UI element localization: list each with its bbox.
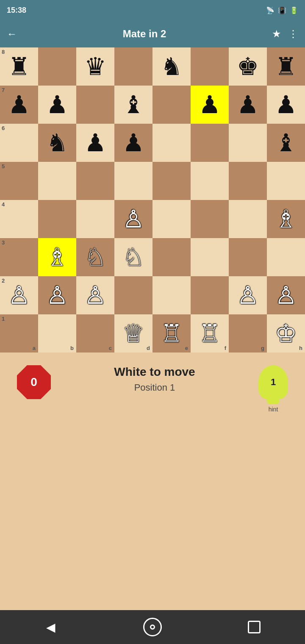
board-cell[interactable]	[114, 47, 152, 86]
board-cell[interactable]	[191, 47, 229, 86]
board-cell[interactable]	[191, 162, 229, 200]
board-cell[interactable]: c	[76, 314, 114, 353]
menu-button[interactable]: ⋮	[288, 28, 298, 40]
board-cell[interactable]: ♝	[267, 124, 305, 162]
board-cell[interactable]: e♖	[152, 314, 191, 353]
hint-count: 1	[271, 377, 276, 388]
score-badge: 0	[17, 365, 51, 399]
rank-label: 1	[2, 316, 5, 322]
board-cell[interactable]	[38, 162, 76, 200]
hint-bulb: 1	[258, 365, 288, 399]
board-cell[interactable]: ♜	[267, 47, 305, 86]
board-cell[interactable]	[152, 238, 191, 276]
board-cell[interactable]	[229, 238, 267, 276]
nav-recent-button[interactable]	[241, 614, 267, 640]
file-label: a	[33, 345, 36, 351]
position-label: Position 1	[114, 382, 195, 393]
nav-recent-square	[248, 621, 261, 633]
board-cell[interactable]: ♙	[114, 200, 152, 238]
hint-button[interactable]: 1 hint	[258, 365, 288, 413]
board-cell[interactable]: ♘	[76, 238, 114, 276]
board-cell[interactable]: ♟	[191, 86, 229, 124]
board-cell[interactable]	[191, 200, 229, 238]
board-cell[interactable]	[191, 276, 229, 314]
piece-white: ♗	[275, 207, 297, 231]
status-icons: 📡 📳 🔋	[266, 6, 298, 14]
board-cell[interactable]	[152, 200, 191, 238]
nav-home-circle	[143, 618, 162, 636]
board-cell[interactable]	[152, 124, 191, 162]
rank-label: 6	[2, 125, 5, 131]
board-cell[interactable]	[229, 124, 267, 162]
board-cell[interactable]: g	[229, 314, 267, 353]
board-cell[interactable]: 2♙	[0, 276, 38, 314]
board-cell[interactable]	[267, 238, 305, 276]
board-cell[interactable]	[38, 47, 76, 86]
board-cell[interactable]	[152, 276, 191, 314]
hint-label: hint	[269, 406, 278, 413]
board-grid[interactable]: 8♜♛♞♚♜7♟♟♝♟♟♟6♞♟♟♝54♙♗3♗♘♘2♙♙♙♙♙1abcd♕e♖…	[0, 47, 305, 353]
board-cell[interactable]: ♙	[229, 276, 267, 314]
board-cell[interactable]: ♙	[38, 276, 76, 314]
board-cell[interactable]: 1a	[0, 314, 38, 353]
board-cell[interactable]: 6	[0, 124, 38, 162]
board-cell[interactable]	[114, 162, 152, 200]
board-cell[interactable]: ♗	[267, 200, 305, 238]
board-cell[interactable]	[114, 276, 152, 314]
board-cell[interactable]: ♙	[76, 276, 114, 314]
board-cell[interactable]: ♞	[152, 47, 191, 86]
star-button[interactable]: ★	[272, 28, 281, 40]
nav-home-button[interactable]	[140, 614, 165, 640]
piece-black: ♜	[275, 54, 297, 79]
piece-black: ♟	[84, 130, 106, 155]
board-cell[interactable]: d♕	[114, 314, 152, 353]
board-cell[interactable]: 3	[0, 238, 38, 276]
board-cell[interactable]	[152, 86, 191, 124]
board-cell[interactable]: ♚	[229, 47, 267, 86]
piece-white: ♔	[275, 321, 297, 346]
board-cell[interactable]	[76, 200, 114, 238]
piece-black: ♟	[46, 92, 68, 117]
board-cell[interactable]: f♖	[191, 314, 229, 353]
board-cell[interactable]: ♟	[229, 86, 267, 124]
board-cell[interactable]	[229, 200, 267, 238]
board-cell[interactable]: ♟	[38, 86, 76, 124]
board-cell[interactable]	[191, 238, 229, 276]
board-cell[interactable]	[152, 162, 191, 200]
rank-label: 7	[2, 87, 5, 93]
board-cell[interactable]: 5	[0, 162, 38, 200]
back-button[interactable]: ←	[7, 28, 17, 40]
file-label: h	[299, 345, 302, 351]
rank-label: 5	[2, 164, 5, 169]
nav-back-button[interactable]: ◀	[38, 614, 64, 640]
board-cell[interactable]: b	[38, 314, 76, 353]
board-cell[interactable]: ♟	[114, 124, 152, 162]
app-title: Mate in 2	[24, 28, 265, 40]
piece-black: ♝	[275, 130, 297, 155]
board-cell[interactable]: ♘	[114, 238, 152, 276]
board-cell[interactable]	[267, 162, 305, 200]
board-cell[interactable]	[229, 162, 267, 200]
board-cell[interactable]	[38, 200, 76, 238]
board-cell[interactable]	[76, 162, 114, 200]
board-cell[interactable]: 7♟	[0, 86, 38, 124]
board-cell[interactable]: ♟	[76, 124, 114, 162]
piece-white: ♙	[84, 283, 106, 308]
board-cell[interactable]: ♙	[267, 276, 305, 314]
file-label: g	[261, 345, 264, 351]
board-cell[interactable]: ♛	[76, 47, 114, 86]
board-cell[interactable]: ♗	[38, 238, 76, 276]
board-cell[interactable]	[191, 124, 229, 162]
nav-back-icon: ◀	[46, 620, 55, 634]
board-cell[interactable]	[76, 86, 114, 124]
piece-white: ♙	[46, 283, 68, 308]
board-cell[interactable]: ♞	[38, 124, 76, 162]
piece-black: ♟	[199, 92, 221, 117]
board-cell[interactable]: 4	[0, 200, 38, 238]
board-cell[interactable]: ♟	[267, 86, 305, 124]
piece-white: ♙	[8, 283, 30, 308]
board-cell[interactable]: 8♜	[0, 47, 38, 86]
board-cell[interactable]: h♔	[267, 314, 305, 353]
piece-white: ♙	[275, 283, 297, 308]
board-cell[interactable]: ♝	[114, 86, 152, 124]
